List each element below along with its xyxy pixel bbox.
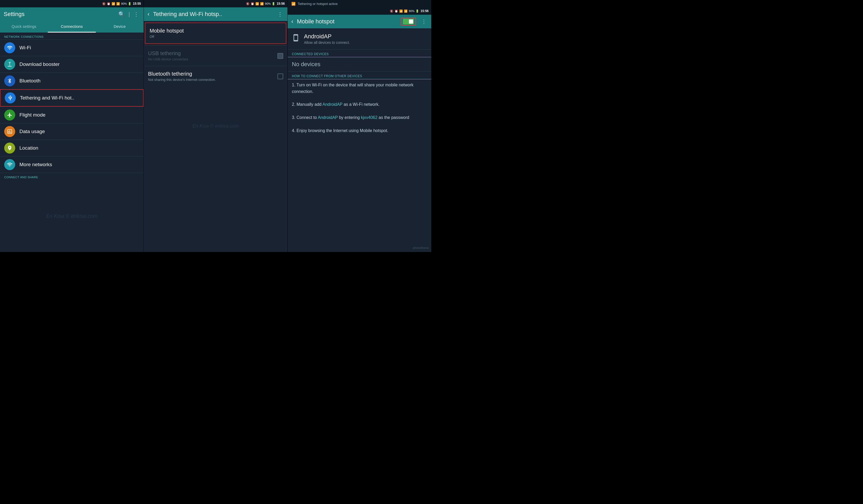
data-usage-label: Data usage [20, 129, 139, 135]
overflow-menu-button-2[interactable]: ⋮ [276, 10, 284, 18]
bluetooth-tethering-checkbox[interactable] [277, 74, 283, 79]
notification-text: Tethering or hotspot active [298, 2, 338, 6]
location-icon [4, 142, 15, 154]
tab-quick-settings[interactable]: Quick settings [0, 21, 48, 33]
watermark-2: En Kisa © enkisa.com [192, 123, 239, 129]
status-bar-3: 🔇 ⏰ 📶 📶 90% 🔋 15:56 [288, 7, 431, 15]
instruction-3-pw: kjxv4062 [361, 115, 377, 120]
bluetooth-tethering-text: Bluetooth tethering Not sharing this dev… [148, 71, 277, 81]
battery-icon-2: 🔋 [272, 2, 275, 5]
more-networks-item[interactable]: More networks [0, 156, 143, 173]
connect-share-header: CONNECT AND SHARE [0, 173, 143, 180]
usb-tethering-title: USB tethering [148, 50, 277, 56]
toggle-track [403, 18, 414, 24]
mute-icon: 🔇 [102, 2, 106, 5]
toggle-thumb [409, 20, 413, 24]
instruction-3-ap: AndroidAP [318, 115, 338, 120]
instruction-2: 2. Manually add [292, 102, 323, 106]
tethering-text: Tethering and Wi-Fi hot.. [20, 95, 139, 101]
wifi-menu-item[interactable]: Wi-Fi [0, 40, 143, 56]
battery-pct-3: 90% [409, 10, 414, 13]
battery-icon: 🔋 [128, 2, 132, 5]
overflow-menu-button[interactable]: ⋮ [133, 10, 140, 18]
usb-tethering-item[interactable]: USB tethering No USB device connected. [144, 46, 287, 66]
more-networks-label: More networks [20, 162, 139, 167]
mobile-hotspot-sub: Off [150, 35, 282, 39]
data-usage-text: Data usage [20, 129, 139, 135]
data-usage-icon [4, 126, 15, 137]
download-booster-text: Download booster [20, 61, 139, 67]
more-networks-icon [4, 159, 15, 170]
hotspot-title: Mobile hotspot [297, 18, 398, 25]
search-button[interactable]: 🔍 [117, 10, 126, 18]
status-icons-1: 🔇 ⏰ 📶 📶 90% 🔋 [102, 2, 132, 5]
tethering-panel: 🔇 ⏰ 📶 📶 90% 🔋 15:56 ‹ Tethering and Wi-F… [144, 0, 288, 252]
phone-icon [292, 34, 300, 44]
instruction-3: 3. Connect to [292, 115, 318, 120]
hotspot-toggle[interactable] [401, 17, 416, 25]
battery-icon-3: 🔋 [415, 10, 419, 13]
instruction-1: 1. Turn on Wi-Fi on the device that will… [292, 83, 413, 94]
instruction-3-mid: by entering [338, 115, 361, 120]
flight-icon [4, 110, 15, 121]
how-to-instructions: 1. Turn on Wi-Fi on the device that will… [288, 79, 431, 138]
battery-pct-2: 90% [265, 2, 271, 5]
clock-1: 15:55 [133, 2, 141, 5]
flight-mode-item[interactable]: Flight mode [0, 107, 143, 123]
overflow-menu-button-3[interactable]: ⋮ [420, 17, 428, 26]
ap-sub: Allow all devices to connect. [304, 40, 350, 45]
alarm-icon-2: ⏰ [251, 2, 254, 5]
mobile-hotspot-title: Mobile hotspot [150, 28, 282, 34]
signal-icon-3: 📶 [404, 10, 408, 13]
bluetooth-tethering-sub: Not sharing this device's Internet conne… [148, 78, 277, 81]
bluetooth-tethering-title: Bluetooth tethering [148, 71, 277, 77]
signal-icon-2: 📶 [260, 2, 264, 5]
more-networks-text: More networks [20, 162, 139, 167]
tethering-title: Tethering and Wi-Fi hotsp.. [153, 11, 274, 17]
instruction-3-end: as the password [377, 115, 409, 120]
location-item[interactable]: Location [0, 140, 143, 156]
wifi-label: Wi-Fi [20, 45, 139, 51]
hotspot-notification-bar: 📶 Tethering or hotspot active [288, 0, 431, 7]
bluetooth-item[interactable]: Bluetooth [0, 73, 143, 89]
instruction-4: 4. Enjoy browsing the Internet using Mob… [292, 128, 388, 133]
download-booster-item[interactable]: Download booster [0, 56, 143, 73]
tethering-item[interactable]: Tethering and Wi-Fi hot.. [0, 89, 143, 106]
divider-v: | [129, 11, 130, 17]
usb-tethering-checkbox[interactable] [277, 53, 283, 59]
flight-mode-label: Flight mode [20, 112, 139, 118]
mobile-hotspot-item[interactable]: Mobile hotspot Off [145, 23, 286, 44]
data-usage-item[interactable]: Data usage [0, 123, 143, 140]
android-ap-row[interactable]: AndroidAP Allow all devices to connect. [288, 28, 431, 49]
wifi-item-text: Wi-Fi [20, 45, 139, 51]
tethering-label: Tethering and Wi-Fi hot.. [20, 95, 139, 101]
bluetooth-label: Bluetooth [20, 78, 139, 84]
hotspot-topbar: ‹ Mobile hotspot ⋮ [288, 15, 431, 28]
clock-3: 15:56 [421, 9, 429, 13]
download-booster-label: Download booster [20, 61, 139, 67]
tethering-icon [5, 92, 16, 103]
wifi-icon-2: 📶 [255, 2, 259, 5]
usb-tethering-text: USB tethering No USB device connected. [148, 50, 277, 61]
mute-icon-2: 🔇 [246, 2, 250, 5]
alarm-icon: ⏰ [107, 2, 111, 5]
wifi-icon-3: 📶 [399, 10, 403, 13]
signal-icon: 📶 [116, 2, 120, 5]
tab-device[interactable]: Device [96, 21, 143, 33]
wifi-icon-circle [4, 42, 15, 53]
bluetooth-tethering-item[interactable]: Bluetooth tethering Not sharing this dev… [144, 66, 287, 86]
status-icons-3: 🔇 ⏰ 📶 📶 90% 🔋 [390, 10, 419, 13]
tethering-topbar: ‹ Tethering and Wi-Fi hotsp.. ⋮ [144, 7, 287, 21]
settings-title: Settings [4, 11, 115, 17]
download-booster-icon [4, 59, 15, 70]
settings-tabs: Quick settings Connections Device [0, 21, 143, 33]
no-devices-label: No devices [288, 57, 431, 72]
clock-2: 15:56 [277, 2, 285, 5]
flight-mode-text: Flight mode [20, 112, 139, 118]
back-button-3[interactable]: ‹ [291, 18, 293, 25]
back-button-2[interactable]: ‹ [148, 11, 149, 17]
tab-connections[interactable]: Connections [48, 21, 96, 33]
hotspot-panel: 📶 Tethering or hotspot active 🔇 ⏰ 📶 📶 90… [288, 0, 432, 252]
how-to-connect-header: HOW TO CONNECT FROM OTHER DEVICES [288, 72, 431, 79]
location-label: Location [20, 145, 139, 151]
